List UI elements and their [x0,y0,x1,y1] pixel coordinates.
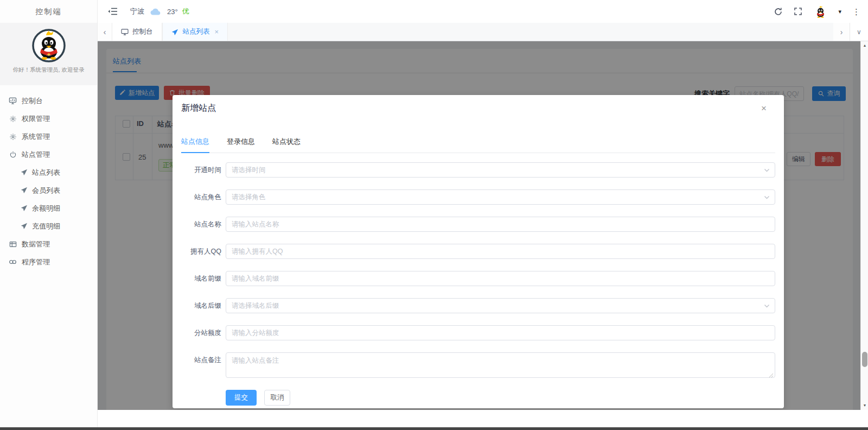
field-label-domain-suffix: 域名后缀 [181,298,221,313]
tab-label: 站点列表 [183,27,210,36]
close-icon[interactable]: × [761,104,767,113]
tab-close-icon[interactable]: × [215,28,219,36]
sidebar-item-label: 权限管理 [22,114,50,124]
send-icon [21,223,28,230]
tab-label: 控制台 [132,27,153,36]
tabs-dropdown-icon[interactable]: ∨ [850,23,868,41]
sidebar-item-program-management[interactable]: 程序管理 [0,253,97,271]
send-icon [171,29,179,35]
monitor-icon [121,29,129,35]
sidebar-item-label: 系统管理 [22,132,50,142]
sidebar-item-balance-detail[interactable]: 余额明细 [0,199,97,217]
domain-prefix-input[interactable] [226,271,775,286]
bottom-strip [98,410,868,427]
resize-handle-icon[interactable] [769,373,774,378]
sidebar-item-label: 程序管理 [22,257,50,267]
field-label-branch-quota: 分站额度 [181,325,221,340]
tabs-scroll-left[interactable]: ‹ [98,23,112,41]
domain-suffix-select[interactable] [226,298,775,313]
sidebar-item-label: 站点管理 [22,150,50,160]
open-time-select[interactable] [226,162,775,178]
weather-air-quality: 优 [182,7,189,16]
profile-section: 你好！系统管理员, 欢迎登录 [0,23,97,85]
field-label-site-role: 站点角色 [181,189,221,205]
sidebar-item-label: 控制台 [22,96,43,106]
chevron-down-icon[interactable]: ▾ [838,8,841,15]
power-icon [9,150,17,159]
tab-strip: ‹ 控制台 站点列表 × › ∨ [98,23,868,41]
field-label-site-name: 站点名称 [181,217,221,232]
sidebar-item-dashboard[interactable]: 控制台 [0,92,97,110]
add-site-form: 开通时间 站点角色 站点名称 [181,162,775,406]
link-icon [9,258,17,266]
sidebar-item-site-management[interactable]: 站点管理 [0,146,97,163]
sidebar-item-member-list[interactable]: 会员列表 [0,181,97,199]
send-icon [21,187,28,194]
site-remark-textarea[interactable] [226,352,775,378]
sidebar: 控制端 [0,0,98,427]
field-label-site-remark: 站点备注 [181,352,221,368]
scroll-down-arrow[interactable]: ▼ [861,401,868,409]
add-site-modal: 新增站点 × 站点信息 登录信息 站点状态 开通时间 站点角色 [173,95,784,408]
branch-quota-input[interactable] [226,325,775,340]
submit-button[interactable]: 提交 [226,390,257,406]
cancel-button[interactable]: 取消 [264,390,290,406]
weather-temperature: 23° [167,8,178,16]
sidebar-item-system[interactable]: 系统管理 [0,128,97,146]
modal-tab-login-info[interactable]: 登录信息 [227,137,255,153]
tab-dashboard[interactable]: 控制台 [112,23,162,41]
gear-icon [9,115,17,123]
cloud-icon [150,8,162,16]
weather-city: 宁波 [130,7,144,16]
sidebar-item-label: 站点列表 [32,168,60,178]
sidebar-item-label: 余额明细 [32,204,60,213]
data-table-icon [9,240,17,248]
main-content: 站点列表 新增站点 批量删除 搜索关键字 查询 [98,41,868,410]
modal-tabs: 站点信息 登录信息 站点状态 [181,137,775,153]
topbar: 宁波 23° 优 [98,0,868,23]
refresh-icon[interactable] [774,7,783,16]
sidebar-title: 控制端 [0,0,97,23]
avatar [31,28,66,63]
welcome-text: 你好！系统管理员, 欢迎登录 [0,66,97,74]
sidebar-menu: 控制台 权限管理 系统管理 站点管理 [0,85,97,271]
owner-qq-input[interactable] [226,244,775,259]
dashboard-icon [9,97,17,105]
kebab-menu-icon[interactable]: ⋮ [852,8,860,16]
modal-title: 新增站点 [181,103,775,114]
site-role-select[interactable] [226,189,775,205]
scrollbar-thumb[interactable] [862,352,867,367]
send-icon [21,205,28,212]
sidebar-item-label: 充值明细 [32,222,60,231]
sidebar-item-permissions[interactable]: 权限管理 [0,110,97,128]
modal-tab-site-info[interactable]: 站点信息 [181,137,209,153]
gear-icon [9,132,17,141]
sidebar-item-recharge-detail[interactable]: 充值明细 [0,217,97,235]
window-bottom-edge [0,427,868,430]
sidebar-item-site-list[interactable]: 站点列表 [0,163,97,181]
tab-site-list[interactable]: 站点列表 × [162,23,228,41]
app-window: 控制端 [0,0,868,430]
site-name-input[interactable] [226,217,775,232]
field-label-domain-prefix: 域名前缀 [181,271,221,286]
user-avatar[interactable] [814,5,827,18]
modal-tab-site-status[interactable]: 站点状态 [272,137,301,153]
menu-fold-icon[interactable] [107,7,118,16]
vertical-scrollbar[interactable]: ▲ ▼ [860,41,868,410]
send-icon [21,169,28,176]
fullscreen-icon[interactable] [794,7,803,16]
sidebar-item-label: 会员列表 [32,186,60,195]
field-label-open-time: 开通时间 [181,162,221,178]
chevron-down-icon [764,303,770,309]
sidebar-item-label: 数据管理 [22,239,50,249]
chevron-down-icon [764,194,770,200]
chevron-down-icon [764,167,770,173]
scroll-up-arrow[interactable]: ▲ [861,41,868,49]
tabs-scroll-right[interactable]: › [833,23,850,41]
field-label-owner-qq: 拥有人QQ [181,244,221,259]
sidebar-item-data-management[interactable]: 数据管理 [0,235,97,253]
